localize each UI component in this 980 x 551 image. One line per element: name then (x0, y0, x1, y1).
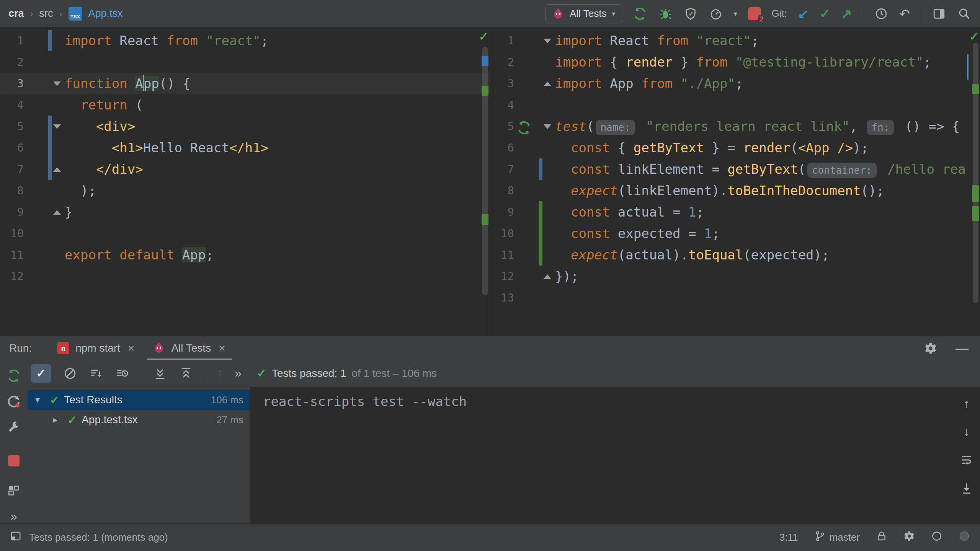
editor-pane-app-tsx[interactable]: 1import React from "react";23function Ap… (0, 28, 490, 336)
vcs-change-marker[interactable] (48, 158, 52, 180)
code-line[interactable]: 8 ); (0, 180, 490, 201)
profiler-button[interactable] (709, 7, 723, 21)
line-number[interactable]: 6 (490, 137, 514, 158)
settings-gear-icon[interactable] (923, 341, 938, 355)
code-line[interactable]: 11export default App; (0, 244, 490, 266)
event-log-icon[interactable] (959, 530, 970, 544)
profiler-dropdown-icon[interactable]: ▾ (734, 10, 737, 18)
close-icon[interactable]: × (128, 342, 135, 355)
stripe-mark[interactable] (972, 185, 979, 202)
code-line[interactable]: 3import App from "./App"; (490, 73, 980, 94)
lock-icon[interactable] (876, 530, 887, 544)
scroll-up-icon[interactable]: ↑ (964, 397, 970, 411)
tool-window-toggle-icon[interactable] (10, 530, 21, 544)
line-number[interactable]: 10 (490, 223, 514, 244)
line-number[interactable]: 11 (490, 244, 514, 266)
stripe-mark[interactable] (972, 206, 979, 221)
collapse-all-icon[interactable] (179, 366, 193, 381)
line-number[interactable]: 2 (0, 51, 24, 73)
tab-npm-start[interactable]: n npm start × (48, 336, 144, 360)
vcs-change-marker[interactable] (539, 244, 542, 266)
code-line[interactable]: 5 <div> (0, 116, 490, 137)
tree-row-app-test-tsx[interactable]: ▸ ✓ App.test.tsx 27 ms (28, 410, 250, 430)
scrollbar-thumb[interactable] (973, 43, 978, 303)
line-number[interactable]: 13 (490, 287, 514, 308)
code-line[interactable]: 9} (0, 201, 490, 223)
vcs-change-marker[interactable] (48, 30, 52, 51)
sort-alphabetically-icon[interactable] (89, 366, 103, 381)
debug-button[interactable] (658, 7, 673, 21)
code-line[interactable]: 2import { render } from "@testing-librar… (490, 51, 980, 73)
code-line[interactable]: 12}); (490, 266, 980, 287)
code-line[interactable]: 10 const expected = 1; (490, 223, 980, 244)
scrollbar-thumb[interactable] (482, 47, 488, 295)
previous-failed-test-icon[interactable]: ↑ (217, 366, 223, 381)
code-line[interactable]: 8 expect(linkElement).toBeInTheDocument(… (490, 180, 980, 201)
line-number[interactable]: 4 (0, 94, 24, 116)
code-line[interactable]: 13 (490, 287, 980, 308)
line-number[interactable]: 9 (0, 201, 24, 223)
code-line[interactable]: 6 const { getByText } = render(<App />); (490, 137, 980, 158)
soft-wrap-icon[interactable] (959, 453, 974, 467)
fold-marker-icon[interactable] (53, 124, 61, 129)
breadcrumb-folder[interactable]: src (39, 8, 53, 20)
scroll-to-end-icon[interactable] (959, 481, 974, 496)
chevron-down-icon[interactable]: ▾ (35, 395, 45, 405)
code-line[interactable]: 1import React from "react"; (0, 30, 490, 51)
tree-row-test-results[interactable]: ▾ ✓ Test Results 106 ms (28, 390, 250, 410)
stripe-mark[interactable] (482, 214, 488, 225)
line-number[interactable]: 9 (490, 201, 514, 223)
inspections-status-icon[interactable]: ✓ (479, 30, 488, 43)
code-line[interactable]: 12 (0, 266, 490, 287)
window-layout-button[interactable] (932, 7, 946, 21)
git-update-button[interactable]: ↙ (798, 7, 809, 21)
highlighting-level-icon[interactable] (903, 530, 915, 544)
line-number[interactable]: 10 (0, 223, 24, 244)
fold-marker-icon[interactable] (53, 210, 61, 215)
line-number[interactable]: 6 (0, 137, 24, 158)
rollback-button[interactable]: ↶ (899, 7, 910, 21)
line-number[interactable]: 3 (0, 73, 24, 94)
fold-marker-icon[interactable] (544, 82, 551, 86)
code-line[interactable]: 3function App() { (0, 73, 490, 94)
code-line[interactable]: 5test(name: "renders learn react link", … (490, 116, 980, 137)
show-passed-toggle[interactable]: ✓ (31, 364, 51, 383)
line-number[interactable]: 3 (490, 73, 514, 94)
coverage-button[interactable] (683, 7, 698, 21)
scroll-down-icon[interactable]: ↓ (964, 425, 970, 439)
sort-by-duration-icon[interactable] (115, 366, 129, 381)
vcs-change-marker[interactable] (48, 137, 52, 158)
line-number[interactable]: 12 (0, 266, 24, 287)
line-number[interactable]: 7 (0, 158, 24, 180)
breadcrumb-project[interactable]: cra (8, 8, 24, 20)
history-button[interactable] (874, 7, 889, 21)
show-ignored-toggle[interactable] (63, 366, 77, 381)
fold-marker-icon[interactable] (53, 167, 61, 172)
more-toolbar-icon[interactable]: » (235, 366, 242, 380)
line-number[interactable]: 4 (490, 94, 514, 116)
git-push-button[interactable]: ↗ (841, 7, 852, 21)
line-number[interactable]: 1 (0, 30, 24, 51)
restore-layout-icon[interactable] (7, 483, 21, 498)
more-actions-icon[interactable]: » (10, 509, 17, 523)
code-line[interactable]: 7 </div> (0, 158, 490, 180)
rerun-tests-button[interactable] (7, 368, 21, 383)
code-line[interactable]: 9 const actual = 1; (490, 201, 980, 223)
git-commit-button[interactable]: ✓ (820, 7, 831, 21)
fold-marker-icon[interactable] (53, 82, 61, 86)
vcs-change-marker[interactable] (539, 158, 542, 180)
vcs-change-marker[interactable] (539, 201, 542, 223)
rerun-button[interactable] (633, 7, 647, 21)
git-branch-widget[interactable]: master (814, 530, 860, 544)
test-settings-wrench-icon[interactable] (7, 421, 21, 435)
stripe-mark[interactable] (482, 86, 488, 96)
chevron-right-icon[interactable]: ▸ (53, 414, 63, 425)
tab-all-tests[interactable]: All Tests × (144, 336, 234, 360)
code-line[interactable]: 10 (0, 223, 490, 244)
code-line[interactable]: 7 const linkElement = getByText(containe… (490, 158, 980, 180)
code-line[interactable]: 2 (0, 51, 490, 73)
vcs-change-marker[interactable] (48, 116, 52, 137)
inspections-status-icon[interactable]: ✓ (969, 30, 979, 43)
notifications-icon[interactable] (931, 530, 942, 544)
hide-panel-button[interactable]: — (956, 341, 969, 356)
